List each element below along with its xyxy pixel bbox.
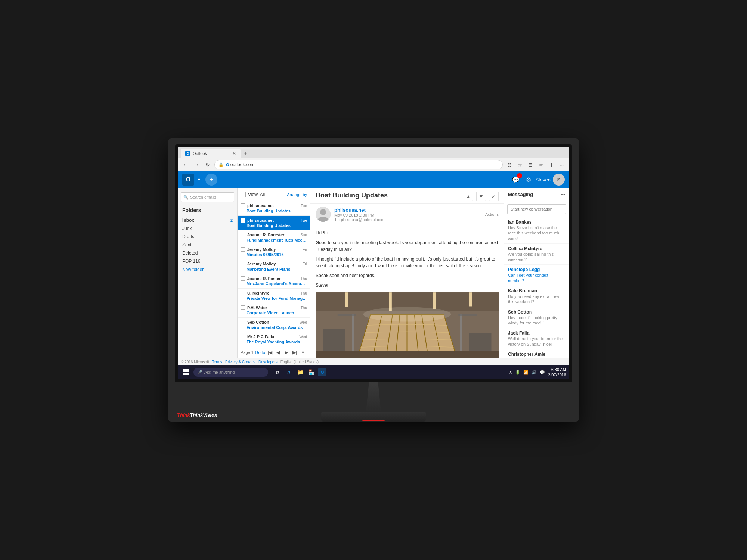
messaging-more-button[interactable]: ···: [561, 191, 565, 198]
favorites-button[interactable]: ☆: [515, 160, 524, 169]
user-menu[interactable]: Steven S: [536, 174, 565, 186]
windows-start-button[interactable]: [181, 367, 191, 377]
email-checkbox-9[interactable]: [241, 335, 245, 339]
last-page-button[interactable]: ▶|: [291, 349, 298, 356]
move-down-button[interactable]: ▼: [476, 192, 486, 201]
sidebar-item-inbox[interactable]: Inbox 2: [178, 216, 237, 224]
settings-button[interactable]: ⚙: [526, 176, 531, 183]
email-item-1[interactable]: philsousa.net Tue Boat Building Updates: [238, 216, 310, 230]
volume-icon[interactable]: 🔊: [531, 370, 537, 375]
chat-button[interactable]: 💬 2: [510, 174, 521, 185]
reading-view-button[interactable]: ☷: [505, 160, 514, 169]
footer-terms[interactable]: Terms: [212, 360, 222, 364]
sidebar-item-deleted[interactable]: Deleted: [178, 249, 237, 257]
svg-rect-24: [183, 369, 186, 372]
message-item-0[interactable]: Ian Bankes Hey Steve I can't make the ra…: [504, 217, 569, 244]
edge-browser-button[interactable]: ℯ: [285, 368, 293, 376]
email-item-2[interactable]: Joanne R. Forester Sun Fund Management T…: [238, 230, 310, 245]
forward-button[interactable]: →: [192, 160, 201, 169]
store-button[interactable]: 🏪: [307, 368, 315, 376]
sender-avatar: [316, 207, 331, 222]
refresh-button[interactable]: ↻: [203, 160, 212, 169]
email-signoff: Speak soon and best regards,: [316, 272, 499, 279]
next-page-button[interactable]: ▶: [283, 349, 290, 356]
sidebar-item-drafts[interactable]: Drafts: [178, 233, 237, 241]
compose-button[interactable]: +: [205, 174, 217, 186]
footer-privacy[interactable]: Privacy & Cookies: [225, 360, 255, 364]
prev-page-button[interactable]: ◀: [275, 349, 282, 356]
email-checkbox-4[interactable]: [241, 262, 245, 266]
email-checkbox-8[interactable]: [241, 320, 245, 324]
email-checkbox-1[interactable]: [241, 218, 245, 223]
email-checkbox-5[interactable]: [241, 276, 245, 281]
search-box[interactable]: 🔍 Search emails: [181, 192, 234, 202]
message-item-5[interactable]: Jack Falla Well done to your team for th…: [504, 328, 569, 349]
outlook-dropdown[interactable]: ▾: [198, 177, 200, 182]
message-item-1[interactable]: Cellina McIntyre Are you going sailing t…: [504, 244, 569, 265]
view-all-label: View: All: [248, 192, 265, 197]
footer-developers[interactable]: Developers: [258, 360, 278, 364]
hub-button[interactable]: ☰: [526, 160, 535, 169]
svg-rect-26: [183, 373, 186, 375]
cortana-search[interactable]: 🎤 Ask me anything: [193, 368, 268, 377]
svg-rect-25: [186, 369, 189, 372]
folders-label: Folders: [178, 206, 237, 216]
message-item-3[interactable]: Kate Brennan Do you need any extra crew …: [504, 286, 569, 307]
email-item-0[interactable]: philsousa.net Tue Boat Building Updates: [238, 201, 310, 216]
new-tab-button[interactable]: +: [241, 149, 251, 158]
email-body: Hi Phil, Good to see you in the meeting …: [310, 225, 504, 358]
email-item-5[interactable]: Joanne R. Foster Thu Mrs.Jane Copeland's…: [238, 274, 310, 289]
more-button[interactable]: ···: [557, 160, 566, 169]
message-item-4[interactable]: Seb Cotton Hey mate it's looking pretty …: [504, 307, 569, 329]
address-bar[interactable]: 🔒 O outlook.com: [214, 160, 503, 169]
email-checkbox-2[interactable]: [241, 233, 245, 237]
arrange-by-button[interactable]: Arrange by: [287, 192, 307, 197]
email-item-4[interactable]: Jeremy Molloy Fri Marketing Event Plans: [238, 259, 310, 274]
email-checkbox-0[interactable]: [241, 203, 245, 208]
reading-actions: ▲ ▼ ⤢: [464, 192, 499, 201]
actions-link[interactable]: Actions: [485, 212, 499, 217]
select-all-checkbox[interactable]: [241, 192, 246, 197]
email-item-3[interactable]: Jeremy Molloy Fri Minutes 06/05/2016: [238, 245, 310, 259]
battery-icon: 🔋: [515, 370, 520, 375]
sender-name: philsousa.net: [334, 207, 481, 213]
email-item-9[interactable]: Mr J P C Falla Wed The Royal Yachting Aw…: [238, 332, 310, 346]
email-checkbox-6[interactable]: [241, 291, 245, 295]
task-view-button[interactable]: ⧉: [273, 368, 282, 376]
tab-close-button[interactable]: ✕: [232, 151, 236, 156]
email-checkbox-7[interactable]: [241, 305, 245, 310]
share-button[interactable]: ⬆: [547, 160, 556, 169]
browser-actions: ☷ ☆ ☰ ✏ ⬆ ···: [505, 160, 566, 169]
email-list: philsousa.net Tue Boat Building Updates …: [238, 201, 310, 346]
outlook-taskbar-button[interactable]: O: [318, 368, 326, 376]
outlook-logo: O: [182, 174, 194, 186]
notes-button[interactable]: ✏: [536, 160, 545, 169]
move-up-button[interactable]: ▲: [464, 192, 473, 201]
sidebar-item-newfolder[interactable]: New folder: [178, 265, 237, 274]
chat-badge: 2: [517, 173, 522, 178]
email-item-8[interactable]: Seb Cotton Wed Environmental Corp. Award…: [238, 318, 310, 332]
email-checkbox-3[interactable]: [241, 247, 245, 252]
outlook-icon-small: O: [226, 162, 230, 167]
scroll-down-button[interactable]: ▾: [300, 349, 306, 356]
monitor-stand: [175, 382, 572, 422]
message-item-2[interactable]: Penelope Legg Can I get your contact num…: [504, 265, 569, 286]
chat-notification-icon[interactable]: 💬: [540, 370, 545, 375]
file-explorer-button[interactable]: 📁: [296, 368, 304, 376]
browser-tab-outlook[interactable]: O Outlook ✕: [181, 149, 241, 158]
goto-label[interactable]: Go to: [255, 350, 265, 355]
expand-button[interactable]: ⤢: [489, 192, 499, 201]
first-page-button[interactable]: |◀: [267, 349, 273, 356]
sidebar-item-sent[interactable]: Sent: [178, 241, 237, 249]
new-conversation-input[interactable]: [507, 204, 566, 214]
stand-base: [321, 412, 426, 422]
sidebar-item-junk[interactable]: Junk: [178, 224, 237, 233]
back-button[interactable]: ←: [181, 160, 190, 169]
sidebar-item-pop116[interactable]: POP 116: [178, 257, 237, 265]
email-item-7[interactable]: P.H. Wafer Thu Corporate Video Launch: [238, 303, 310, 318]
chevron-up-icon[interactable]: ∧: [509, 370, 512, 375]
email-meta: philsousa.net May 09 2018 2:30 PM To: ph…: [310, 204, 504, 225]
email-item-6[interactable]: C. McIntyre Thu Private View for Fund Ma…: [238, 289, 310, 303]
message-item-6[interactable]: Christopher Amie Heavy weather sailing f…: [504, 349, 569, 358]
header-more-button[interactable]: ···: [501, 177, 506, 183]
